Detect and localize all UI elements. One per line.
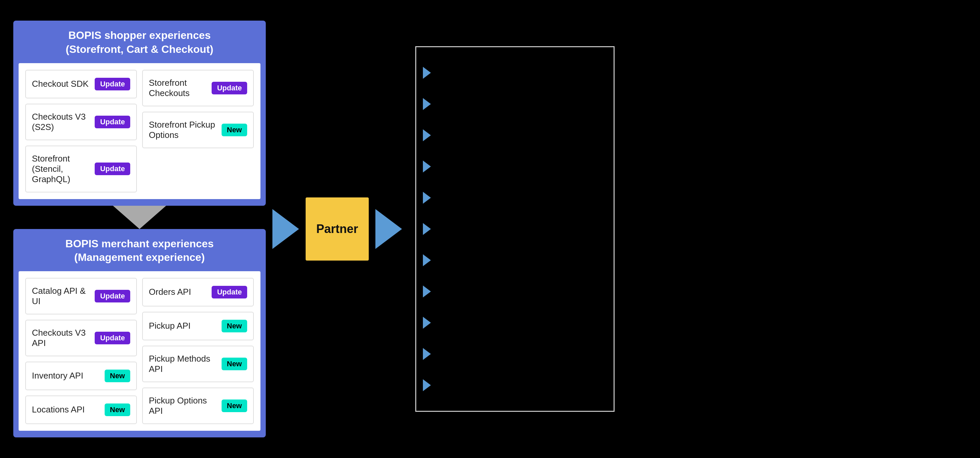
tri-icon-2 (423, 98, 431, 110)
right-arrow-icon (375, 209, 402, 249)
left-arrow-icon (272, 209, 299, 249)
orders-api-badge: Update (212, 286, 247, 298)
checkouts-v3-api-label: Checkouts V3 API (32, 328, 95, 348)
pickup-api-label: Pickup API (149, 321, 191, 331)
storefront-stencil-badge: Update (95, 163, 130, 175)
storefront-stencil-label: Storefront (Stencil, GraphQL) (32, 153, 95, 185)
storefront-pickup-item: Storefront Pickup Options New (142, 112, 254, 148)
right-panel-item-1 (423, 67, 607, 79)
merchant-box: BOPIS merchant experiences(Management ex… (13, 229, 266, 437)
checkout-sdk-item: Checkout SDK Update (25, 70, 137, 98)
checkouts-v3-s2s-item: Checkouts V3 (S2S) Update (25, 104, 137, 140)
pickup-methods-api-badge: New (221, 357, 247, 370)
merchant-content: Catalog API & UI Update Checkouts V3 API… (19, 271, 261, 431)
shopper-content: Checkout SDK Update Checkouts V3 (S2S) U… (19, 63, 261, 199)
catalog-api-label: Catalog API & UI (32, 286, 95, 306)
storefront-checkouts-badge: Update (212, 82, 247, 94)
tri-icon-10 (423, 348, 431, 360)
right-panel-item-3 (423, 129, 607, 141)
right-panel (415, 46, 614, 412)
triangle-connector (13, 206, 266, 229)
right-panel-item-9 (423, 317, 607, 329)
tri-icon-7 (423, 254, 431, 266)
inventory-api-label: Inventory API (32, 370, 83, 381)
right-panel-item-10 (423, 348, 607, 360)
main-diagram: BOPIS shopper experiences(Storefront, Ca… (13, 21, 967, 437)
pickup-api-badge: New (221, 320, 247, 332)
tri-icon-4 (423, 161, 431, 172)
pickup-api-item: Pickup API New (142, 312, 254, 340)
locations-api-item: Locations API New (25, 396, 137, 424)
shopper-title: BOPIS shopper experiences(Storefront, Ca… (13, 21, 266, 63)
inventory-api-badge: New (105, 370, 130, 382)
pickup-options-api-badge: New (221, 399, 247, 412)
left-arrow-section (272, 209, 299, 249)
pickup-methods-api-label: Pickup Methods API (149, 354, 221, 374)
checkout-sdk-label: Checkout SDK (32, 79, 89, 89)
merchant-title: BOPIS merchant experiences(Management ex… (13, 229, 266, 271)
tri-icon-5 (423, 192, 431, 204)
checkouts-v3-api-item: Checkouts V3 API Update (25, 320, 137, 356)
inventory-api-item: Inventory API New (25, 362, 137, 390)
checkout-sdk-badge: Update (95, 78, 130, 90)
right-panel-item-7 (423, 254, 607, 266)
right-panel-item-8 (423, 286, 607, 297)
shopper-box: BOPIS shopper experiences(Storefront, Ca… (13, 21, 266, 206)
checkouts-v3-s2s-badge: Update (95, 116, 130, 128)
storefront-checkouts-label: Storefront Checkouts (149, 78, 212, 98)
storefront-checkouts-item: Storefront Checkouts Update (142, 70, 254, 106)
tri-icon-1 (423, 67, 431, 79)
checkouts-v3-api-badge: Update (95, 332, 130, 344)
orders-api-item: Orders API Update (142, 278, 254, 306)
catalog-api-badge: Update (95, 290, 130, 302)
tri-icon-8 (423, 286, 431, 297)
partner-box: Partner (305, 198, 369, 260)
locations-api-badge: New (105, 404, 130, 416)
storefront-stencil-item: Storefront (Stencil, GraphQL) Update (25, 145, 137, 192)
tri-icon-6 (423, 223, 431, 235)
catalog-api-item: Catalog API & UI Update (25, 278, 137, 314)
storefront-pickup-label: Storefront Pickup Options (149, 120, 221, 140)
left-section: BOPIS shopper experiences(Storefront, Ca… (13, 21, 266, 437)
right-panel-item-2 (423, 98, 607, 110)
partner-label: Partner (316, 222, 358, 236)
locations-api-label: Locations API (32, 404, 85, 415)
pickup-methods-api-item: Pickup Methods API New (142, 346, 254, 382)
pickup-options-api-label: Pickup Options API (149, 396, 221, 416)
triangle-down-icon (113, 206, 166, 229)
checkouts-v3-s2s-label: Checkouts V3 (S2S) (32, 112, 95, 132)
right-panel-item-5 (423, 192, 607, 204)
tri-icon-3 (423, 129, 431, 141)
pickup-options-api-item: Pickup Options API New (142, 388, 254, 424)
orders-api-label: Orders API (149, 287, 191, 297)
right-panel-item-4 (423, 161, 607, 172)
storefront-pickup-badge: New (221, 124, 247, 136)
tri-icon-9 (423, 317, 431, 329)
right-arrow-section (375, 209, 402, 249)
right-panel-item-6 (423, 223, 607, 235)
right-panel-item-11 (423, 379, 607, 391)
tri-icon-11 (423, 379, 431, 391)
